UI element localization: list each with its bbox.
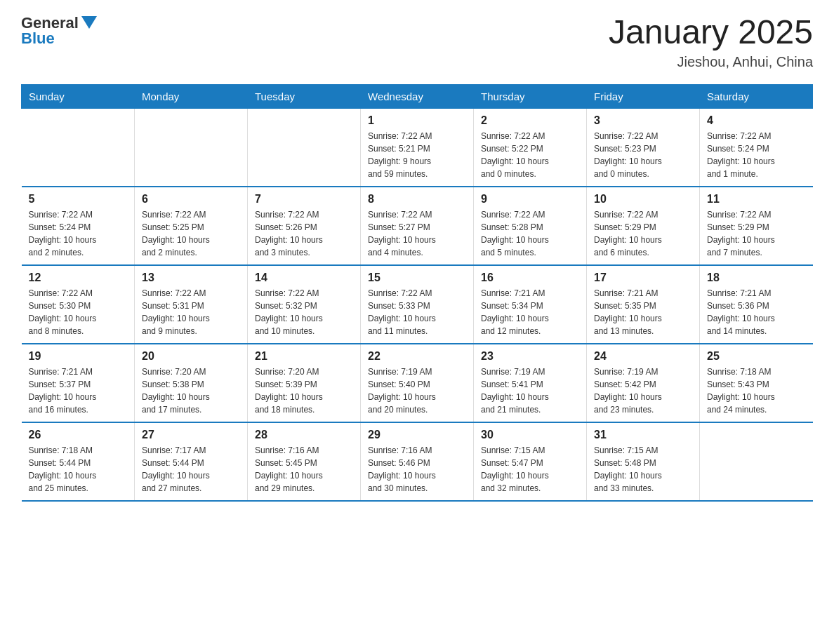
day-info: Sunrise: 7:18 AMSunset: 5:43 PMDaylight:… [707,365,806,416]
day-info: Sunrise: 7:22 AMSunset: 5:25 PMDaylight:… [142,208,240,259]
day-info: Sunrise: 7:22 AMSunset: 5:22 PMDaylight:… [481,130,579,180]
day-number: 1 [368,114,466,127]
calendar-subtitle: Jieshou, Anhui, China [609,54,813,70]
day-info: Sunrise: 7:22 AMSunset: 5:23 PMDaylight:… [594,130,692,180]
day-info: Sunrise: 7:22 AMSunset: 5:30 PMDaylight:… [29,287,128,337]
day-number: 29 [368,429,466,441]
day-info: Sunrise: 7:22 AMSunset: 5:24 PMDaylight:… [707,130,806,180]
day-number: 21 [255,350,353,363]
calendar-cell: 18Sunrise: 7:21 AMSunset: 5:36 PMDayligh… [700,265,813,344]
calendar-cell: 5Sunrise: 7:22 AMSunset: 5:24 PMDaylight… [22,187,135,265]
calendar-cell: 7Sunrise: 7:22 AMSunset: 5:26 PMDaylight… [248,187,361,265]
day-number: 18 [707,271,806,284]
calendar-cell: 19Sunrise: 7:21 AMSunset: 5:37 PMDayligh… [22,344,135,422]
calendar-cell: 12Sunrise: 7:22 AMSunset: 5:30 PMDayligh… [22,265,135,344]
svg-marker-0 [81,16,97,29]
calendar-cell: 23Sunrise: 7:19 AMSunset: 5:41 PMDayligh… [474,344,587,422]
day-info: Sunrise: 7:19 AMSunset: 5:40 PMDaylight:… [368,365,466,416]
calendar-week-2: 5Sunrise: 7:22 AMSunset: 5:24 PMDaylight… [22,187,813,265]
calendar-cell: 27Sunrise: 7:17 AMSunset: 5:44 PMDayligh… [135,422,248,501]
day-number: 20 [142,350,240,363]
calendar-header: Sunday Monday Tuesday Wednesday Thursday… [22,84,813,108]
header-friday: Friday [587,84,700,108]
day-info: Sunrise: 7:22 AMSunset: 5:26 PMDaylight:… [255,208,353,259]
calendar-cell: 1Sunrise: 7:22 AMSunset: 5:21 PMDaylight… [361,108,474,187]
calendar-title: January 2025 [609,14,813,51]
header-thursday: Thursday [474,84,587,108]
day-number: 9 [481,193,579,206]
day-info: Sunrise: 7:22 AMSunset: 5:24 PMDaylight:… [29,208,128,259]
day-number: 23 [481,350,579,363]
calendar-cell: 13Sunrise: 7:22 AMSunset: 5:31 PMDayligh… [135,265,248,344]
day-number: 14 [255,271,353,284]
day-info: Sunrise: 7:22 AMSunset: 5:33 PMDaylight:… [368,287,466,337]
calendar-week-1: 1Sunrise: 7:22 AMSunset: 5:21 PMDaylight… [22,108,813,187]
day-number: 30 [481,429,579,441]
calendar-cell [135,108,248,187]
day-info: Sunrise: 7:15 AMSunset: 5:48 PMDaylight:… [594,444,692,495]
day-info: Sunrise: 7:21 AMSunset: 5:37 PMDaylight:… [29,365,128,416]
logo: General Blue [21,14,97,48]
calendar-cell: 4Sunrise: 7:22 AMSunset: 5:24 PMDaylight… [700,108,813,187]
calendar-body: 1Sunrise: 7:22 AMSunset: 5:21 PMDaylight… [22,108,813,501]
header-tuesday: Tuesday [248,84,361,108]
day-info: Sunrise: 7:20 AMSunset: 5:38 PMDaylight:… [142,365,240,416]
day-number: 27 [142,429,240,441]
day-number: 7 [255,193,353,206]
day-info: Sunrise: 7:22 AMSunset: 5:21 PMDaylight:… [368,130,466,180]
day-info: Sunrise: 7:18 AMSunset: 5:44 PMDaylight:… [29,444,128,495]
calendar-cell: 10Sunrise: 7:22 AMSunset: 5:29 PMDayligh… [587,187,700,265]
page-header: General Blue January 2025 Jieshou, Anhui… [21,14,813,70]
day-number: 3 [594,114,692,127]
calendar-cell: 31Sunrise: 7:15 AMSunset: 5:48 PMDayligh… [587,422,700,501]
calendar-week-3: 12Sunrise: 7:22 AMSunset: 5:30 PMDayligh… [22,265,813,344]
header-saturday: Saturday [700,84,813,108]
logo-blue: Blue [21,29,55,48]
day-number: 10 [594,193,692,206]
calendar-cell: 9Sunrise: 7:22 AMSunset: 5:28 PMDaylight… [474,187,587,265]
day-number: 2 [481,114,579,127]
calendar-cell: 11Sunrise: 7:22 AMSunset: 5:29 PMDayligh… [700,187,813,265]
calendar-week-5: 26Sunrise: 7:18 AMSunset: 5:44 PMDayligh… [22,422,813,501]
day-number: 15 [368,271,466,284]
day-number: 16 [481,271,579,284]
day-number: 4 [707,114,806,127]
calendar-cell: 24Sunrise: 7:19 AMSunset: 5:42 PMDayligh… [587,344,700,422]
calendar-table: Sunday Monday Tuesday Wednesday Thursday… [21,84,813,502]
day-info: Sunrise: 7:21 AMSunset: 5:34 PMDaylight:… [481,287,579,337]
calendar-cell: 30Sunrise: 7:15 AMSunset: 5:47 PMDayligh… [474,422,587,501]
calendar-week-4: 19Sunrise: 7:21 AMSunset: 5:37 PMDayligh… [22,344,813,422]
day-number: 28 [255,429,353,441]
day-info: Sunrise: 7:22 AMSunset: 5:32 PMDaylight:… [255,287,353,337]
day-info: Sunrise: 7:16 AMSunset: 5:45 PMDaylight:… [255,444,353,495]
day-number: 25 [707,350,806,363]
day-info: Sunrise: 7:22 AMSunset: 5:29 PMDaylight:… [594,208,692,259]
calendar-cell: 25Sunrise: 7:18 AMSunset: 5:43 PMDayligh… [700,344,813,422]
day-number: 19 [29,350,128,363]
calendar-cell: 20Sunrise: 7:20 AMSunset: 5:38 PMDayligh… [135,344,248,422]
day-info: Sunrise: 7:16 AMSunset: 5:46 PMDaylight:… [368,444,466,495]
day-info: Sunrise: 7:19 AMSunset: 5:41 PMDaylight:… [481,365,579,416]
day-number: 24 [594,350,692,363]
day-number: 31 [594,429,692,441]
day-info: Sunrise: 7:19 AMSunset: 5:42 PMDaylight:… [594,365,692,416]
day-info: Sunrise: 7:22 AMSunset: 5:29 PMDaylight:… [707,208,806,259]
day-number: 6 [142,193,240,206]
day-info: Sunrise: 7:22 AMSunset: 5:31 PMDaylight:… [142,287,240,337]
day-number: 12 [29,271,128,284]
day-number: 22 [368,350,466,363]
calendar-cell [22,108,135,187]
calendar-cell: 3Sunrise: 7:22 AMSunset: 5:23 PMDaylight… [587,108,700,187]
calendar-cell: 8Sunrise: 7:22 AMSunset: 5:27 PMDaylight… [361,187,474,265]
day-info: Sunrise: 7:21 AMSunset: 5:36 PMDaylight:… [707,287,806,337]
header-sunday: Sunday [22,84,135,108]
calendar-cell: 17Sunrise: 7:21 AMSunset: 5:35 PMDayligh… [587,265,700,344]
day-info: Sunrise: 7:15 AMSunset: 5:47 PMDaylight:… [481,444,579,495]
calendar-cell: 26Sunrise: 7:18 AMSunset: 5:44 PMDayligh… [22,422,135,501]
header-wednesday: Wednesday [361,84,474,108]
calendar-cell [700,422,813,501]
day-number: 8 [368,193,466,206]
header-monday: Monday [135,84,248,108]
day-info: Sunrise: 7:22 AMSunset: 5:28 PMDaylight:… [481,208,579,259]
day-number: 26 [29,429,128,441]
